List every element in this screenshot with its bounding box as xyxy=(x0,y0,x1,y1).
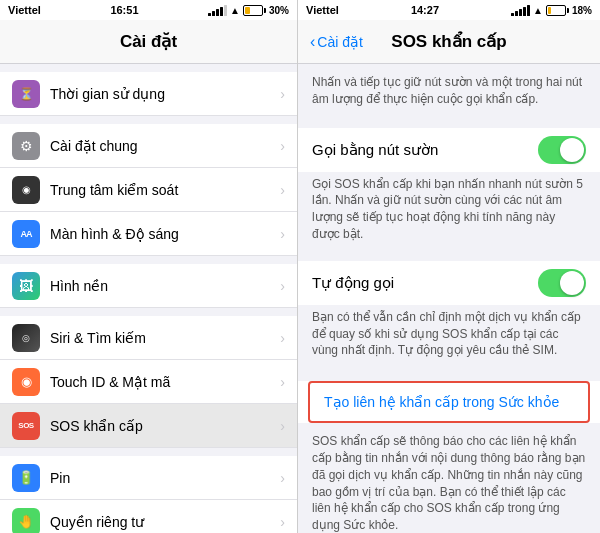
settings-item-trung-tam[interactable]: ◉ Trung tâm kiểm soát › xyxy=(0,168,297,212)
intro-description: Nhấn và tiếp tục giữ nút sườn và một tro… xyxy=(312,74,586,108)
man-hinh-icon: AA xyxy=(12,220,40,248)
thoi-gian-icon: ⏳ xyxy=(12,80,40,108)
tao-lien-he-section: Tạo liên hệ khẩn cấp trong Sức khỏe xyxy=(298,381,600,423)
settings-item-touchid[interactable]: ◉ Touch ID & Mật mã › xyxy=(0,360,297,404)
tu-dong-goi-section: Tự động gọi xyxy=(298,261,600,305)
signal-icon xyxy=(208,5,227,16)
nav-bar-right: ‹ Cài đặt SOS khẩn cấp xyxy=(298,20,600,64)
tu-dong-desc: Bạn có thể vẫn cần chỉ định một dịch vụ … xyxy=(298,305,600,377)
chevron-icon: › xyxy=(280,470,285,486)
trung-tam-label: Trung tâm kiểm soát xyxy=(50,182,280,198)
wifi-icon-right: ▲ xyxy=(533,5,543,16)
tao-lien-he-desc-block: SOS khẩn cấp sẽ thông báo cho các liên h… xyxy=(298,427,600,533)
settings-item-hinh-nen[interactable]: 🖼 Hình nền › xyxy=(0,264,297,308)
sos-icon: SOS xyxy=(12,412,40,440)
carrier-right: Viettel xyxy=(306,4,339,16)
right-nav-title: SOS khẩn cấp xyxy=(391,31,506,52)
goi-bang-nut-suon-row[interactable]: Gọi bằng nút sườn xyxy=(312,128,586,172)
battery-pct-right: 18% xyxy=(572,5,592,16)
pin-icon: 🔋 xyxy=(12,464,40,492)
goi-bang-description: Gọi SOS khẩn cấp khi bạn nhấn nhanh nút … xyxy=(312,176,586,243)
cai-dat-chung-icon: ⚙ xyxy=(12,132,40,160)
right-content: Nhấn và tiếp tục giữ nút sườn và một tro… xyxy=(298,64,600,533)
settings-item-thoi-gian[interactable]: ⏳ Thời gian sử dụng › xyxy=(0,72,297,116)
touchid-label: Touch ID & Mật mã xyxy=(50,374,280,390)
tao-lien-he-link-row[interactable]: Tạo liên hệ khẩn cấp trong Sức khỏe xyxy=(308,381,590,423)
signal-icon-right xyxy=(511,5,530,16)
hinh-nen-label: Hình nền xyxy=(50,278,280,294)
man-hinh-label: Màn hình & Độ sáng xyxy=(50,226,280,242)
battery-left xyxy=(243,5,266,16)
settings-item-cai-dat-chung[interactable]: ⚙ Cài đặt chung › xyxy=(0,124,297,168)
wifi-icon: ▲ xyxy=(230,5,240,16)
chevron-icon: › xyxy=(280,374,285,390)
left-panel: Viettel 16:51 ▲ 30% Cài đặt xyxy=(0,0,297,533)
trung-tam-icon: ◉ xyxy=(12,176,40,204)
tao-lien-he-description: SOS khẩn cấp sẽ thông báo cho các liên h… xyxy=(312,433,586,533)
battery-right xyxy=(546,5,569,16)
settings-item-man-hinh[interactable]: AA Màn hình & Độ sáng › xyxy=(0,212,297,256)
siri-label: Siri & Tìm kiếm xyxy=(50,330,280,346)
tu-dong-goi-row[interactable]: Tự động gọi xyxy=(312,261,586,305)
chevron-icon: › xyxy=(280,330,285,346)
carrier-left: Viettel xyxy=(8,4,41,16)
back-chevron-icon: ‹ xyxy=(310,33,315,51)
settings-item-siri[interactable]: ◎ Siri & Tìm kiếm › xyxy=(0,316,297,360)
time-right: 14:27 xyxy=(411,4,439,16)
settings-item-quyen-rieng[interactable]: 🤚 Quyền riêng tư › xyxy=(0,500,297,533)
battery-pct-left: 30% xyxy=(269,5,289,16)
status-icons-left: ▲ 30% xyxy=(208,5,289,16)
goi-bang-nut-suon-toggle[interactable] xyxy=(538,136,586,164)
settings-item-sos[interactable]: SOS SOS khẩn cấp › xyxy=(0,404,297,448)
chevron-icon: › xyxy=(280,86,285,102)
status-icons-right: ▲ 18% xyxy=(511,5,592,16)
status-bar-left: Viettel 16:51 ▲ 30% xyxy=(0,0,297,20)
nav-bar-left: Cài đặt xyxy=(0,20,297,64)
back-label: Cài đặt xyxy=(317,34,363,50)
tu-dong-goi-toggle[interactable] xyxy=(538,269,586,297)
pin-label: Pin xyxy=(50,470,280,486)
cai-dat-chung-label: Cài đặt chung xyxy=(50,138,280,154)
sos-label: SOS khẩn cấp xyxy=(50,418,280,434)
thoi-gian-label: Thời gian sử dụng xyxy=(50,86,280,102)
chevron-icon: › xyxy=(280,138,285,154)
goi-bang-nut-suon-label: Gọi bằng nút sườn xyxy=(312,141,438,159)
goi-bang-nut-suon-section: Gọi bằng nút sườn xyxy=(298,128,600,172)
hinh-nen-icon: 🖼 xyxy=(12,272,40,300)
siri-icon: ◎ xyxy=(12,324,40,352)
back-button[interactable]: ‹ Cài đặt xyxy=(310,33,363,51)
tu-dong-description: Bạn có thể vẫn cần chỉ định một dịch vụ … xyxy=(312,309,586,359)
quyen-rieng-label: Quyền riêng tư xyxy=(50,514,280,530)
chevron-icon: › xyxy=(280,514,285,530)
right-panel: Viettel 14:27 ▲ 18% ‹ Cài đặt xyxy=(297,0,600,533)
tao-lien-he-link[interactable]: Tạo liên hệ khẩn cấp trong Sức khỏe xyxy=(324,394,559,410)
status-bar-right: Viettel 14:27 ▲ 18% xyxy=(298,0,600,20)
left-nav-title: Cài đặt xyxy=(120,31,177,52)
chevron-icon: › xyxy=(280,278,285,294)
settings-list[interactable]: ⏳ Thời gian sử dụng › ⚙ Cài đặt chung › … xyxy=(0,64,297,533)
settings-item-pin[interactable]: 🔋 Pin › xyxy=(0,456,297,500)
time-left: 16:51 xyxy=(110,4,138,16)
touchid-icon: ◉ xyxy=(12,368,40,396)
goi-bang-desc: Gọi SOS khẩn cấp khi bạn nhấn nhanh nút … xyxy=(298,172,600,261)
tu-dong-goi-label: Tự động gọi xyxy=(312,274,394,292)
chevron-icon: › xyxy=(280,182,285,198)
intro-section: Nhấn và tiếp tục giữ nút sườn và một tro… xyxy=(298,64,600,128)
quyen-rieng-icon: 🤚 xyxy=(12,508,40,534)
chevron-icon: › xyxy=(280,418,285,434)
chevron-icon: › xyxy=(280,226,285,242)
